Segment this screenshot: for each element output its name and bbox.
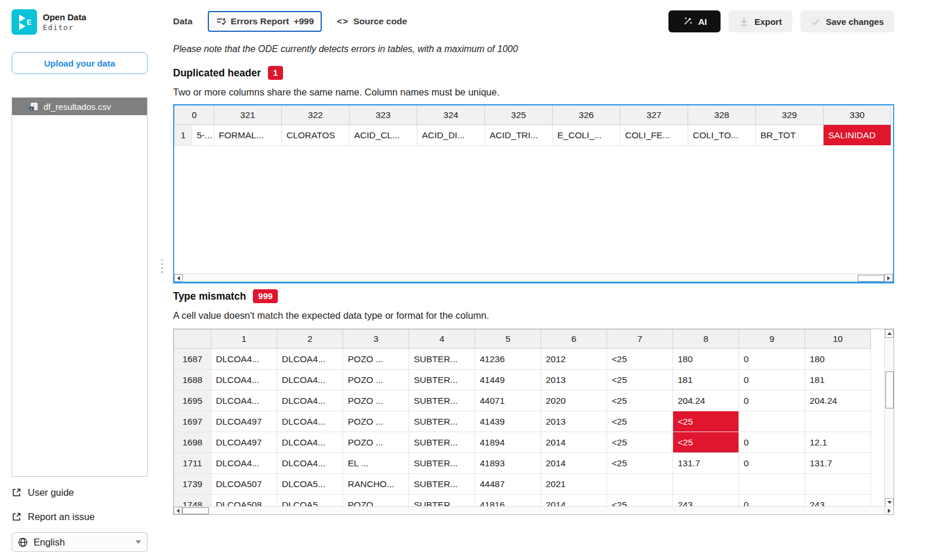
- scroll-right-button[interactable]: [884, 274, 893, 282]
- column-header[interactable]: 327: [620, 106, 688, 125]
- cell[interactable]: 0: [739, 390, 805, 411]
- column-header[interactable]: 330: [824, 106, 891, 125]
- tab-source-code[interactable]: <> Source code: [337, 16, 407, 27]
- cell[interactable]: <25: [607, 432, 673, 453]
- cell[interactable]: ACID_DI...: [417, 125, 485, 146]
- cell[interactable]: 41449: [475, 370, 541, 390]
- cell[interactable]: 204.24: [673, 390, 739, 411]
- row-header[interactable]: 1687: [174, 349, 211, 370]
- cell[interactable]: DLCOA497: [211, 411, 277, 432]
- column-header[interactable]: 321: [214, 106, 282, 125]
- row-header[interactable]: 1739: [174, 474, 211, 495]
- row-header[interactable]: 1697: [174, 411, 211, 432]
- language-select[interactable]: English: [12, 532, 148, 552]
- cell[interactable]: COLI_FE...: [620, 125, 688, 146]
- corner-header[interactable]: [174, 330, 211, 349]
- cell[interactable]: <25: [607, 370, 673, 390]
- column-header[interactable]: 329: [756, 106, 824, 125]
- ai-button[interactable]: AI: [668, 10, 721, 32]
- column-header[interactable]: 5: [475, 330, 541, 349]
- sidebar-resize-handle[interactable]: [161, 259, 163, 274]
- tab-data[interactable]: Data: [173, 16, 193, 27]
- cell[interactable]: 180: [805, 349, 871, 370]
- cell[interactable]: 44487: [475, 474, 541, 495]
- upload-data-button[interactable]: Upload your data: [12, 52, 148, 74]
- cell[interactable]: DLCOA4...: [277, 411, 343, 432]
- cell[interactable]: BR_TOT: [756, 125, 824, 146]
- cell[interactable]: DLCOA4...: [277, 390, 343, 411]
- column-header[interactable]: 9: [739, 330, 805, 349]
- column-header[interactable]: 4: [409, 330, 475, 349]
- cell[interactable]: 0: [739, 349, 805, 370]
- scrollbar-thumb[interactable]: [885, 371, 894, 408]
- cell[interactable]: POZO ...: [343, 349, 409, 370]
- cell[interactable]: POZO ...: [343, 390, 409, 411]
- cell[interactable]: FORMAL...: [214, 125, 282, 146]
- cell[interactable]: 44071: [475, 390, 541, 411]
- cell[interactable]: DLCOA507: [211, 474, 277, 495]
- row-header[interactable]: 1698: [174, 432, 211, 453]
- scroll-up-button[interactable]: [885, 329, 894, 338]
- report-issue-link[interactable]: Report an issue: [12, 508, 148, 525]
- row-header[interactable]: 1711: [174, 453, 211, 474]
- cell[interactable]: 41439: [475, 411, 541, 432]
- error-cell[interactable]: <25: [673, 411, 739, 432]
- cell[interactable]: 204.24: [805, 390, 871, 411]
- cell[interactable]: 131.7: [805, 453, 871, 474]
- cell[interactable]: DLCOA4...: [211, 370, 277, 390]
- row-header[interactable]: 1695: [174, 390, 211, 411]
- scroll-down-button[interactable]: [885, 498, 894, 507]
- cell[interactable]: [673, 474, 739, 495]
- cell[interactable]: 41894: [475, 432, 541, 453]
- cell[interactable]: SUBTER...: [409, 390, 475, 411]
- cell[interactable]: RANCHO...: [343, 474, 409, 495]
- cell[interactable]: EL ...: [343, 453, 409, 474]
- scroll-right-button[interactable]: [884, 506, 894, 514]
- cell[interactable]: <25: [607, 411, 673, 432]
- cell[interactable]: SUBTER...: [409, 349, 475, 370]
- tab-errors-report[interactable]: Errors Report +999: [208, 11, 322, 32]
- column-header[interactable]: 3: [343, 330, 409, 349]
- column-header[interactable]: 1: [211, 330, 277, 349]
- cell[interactable]: CLORATOS: [282, 125, 350, 146]
- scrollbar-thumb[interactable]: [858, 275, 884, 282]
- cell[interactable]: DLCOA4...: [277, 432, 343, 453]
- cell[interactable]: DLCOA5...: [277, 474, 343, 495]
- cell[interactable]: 131.7: [673, 453, 739, 474]
- error-cell[interactable]: <25: [673, 432, 739, 453]
- cell[interactable]: 0: [739, 370, 805, 390]
- cell[interactable]: DLCOA4...: [211, 390, 277, 411]
- error-cell[interactable]: SALINIDAD: [824, 125, 891, 146]
- cell[interactable]: <25: [607, 390, 673, 411]
- column-header[interactable]: 2: [277, 330, 343, 349]
- cell[interactable]: <25: [607, 349, 673, 370]
- cell[interactable]: SUBTER...: [409, 411, 475, 432]
- column-header[interactable]: 324: [417, 106, 485, 125]
- row-header[interactable]: 1: [175, 125, 192, 146]
- column-header[interactable]: 322: [282, 106, 350, 125]
- cell[interactable]: 12.1: [805, 432, 871, 453]
- column-header[interactable]: 323: [350, 106, 417, 125]
- cell[interactable]: 5-...: [192, 125, 214, 146]
- column-header[interactable]: 6: [541, 330, 607, 349]
- cell[interactable]: POZO ...: [343, 432, 409, 453]
- cell[interactable]: 0: [739, 432, 805, 453]
- cell[interactable]: 41893: [475, 453, 541, 474]
- cell[interactable]: 180: [673, 349, 739, 370]
- column-header[interactable]: 8: [673, 330, 739, 349]
- scroll-left-button[interactable]: [174, 274, 183, 282]
- cell[interactable]: <25: [607, 453, 673, 474]
- cell[interactable]: 2020: [541, 390, 607, 411]
- corner-header[interactable]: 0: [175, 106, 214, 125]
- cell[interactable]: [739, 474, 805, 495]
- cell[interactable]: DLCOA4...: [211, 453, 277, 474]
- cell[interactable]: SUBTER...: [409, 370, 475, 390]
- cell[interactable]: 0: [739, 453, 805, 474]
- scroll-left-button[interactable]: [174, 507, 182, 514]
- cell[interactable]: POZO ...: [343, 411, 409, 432]
- file-item[interactable]: x df_resultados.csv: [12, 98, 147, 115]
- cell[interactable]: 2012: [541, 349, 607, 370]
- export-button[interactable]: Export: [729, 10, 792, 32]
- column-header[interactable]: 326: [553, 106, 620, 125]
- column-header[interactable]: 328: [688, 106, 756, 125]
